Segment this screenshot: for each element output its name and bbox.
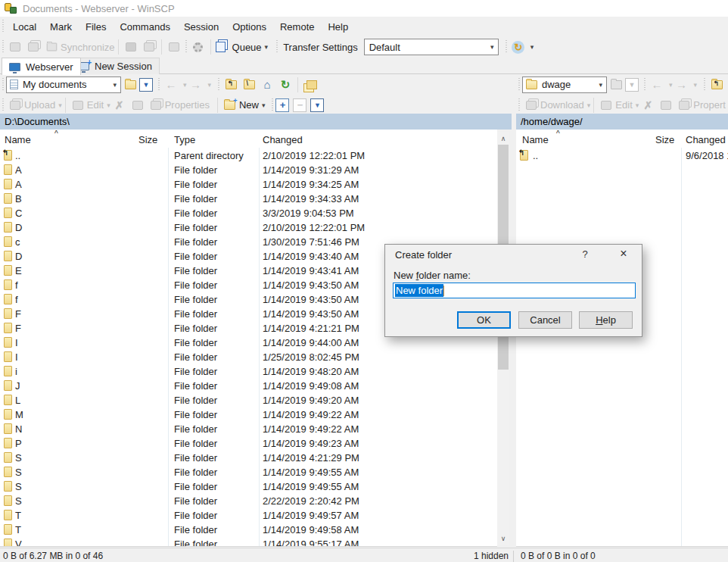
forward-dropdown-icon[interactable]: ▾	[208, 81, 212, 89]
delete-icon[interactable]: ✗	[639, 96, 657, 114]
root-directory-icon[interactable]: \	[240, 76, 258, 94]
menu-session[interactable]: Session	[177, 18, 226, 36]
upload-dropdown-icon[interactable]: ▾	[58, 101, 62, 109]
cancel-button[interactable]: Cancel	[518, 311, 572, 329]
column-header-name[interactable]: Name	[522, 134, 549, 145]
menu-remote[interactable]: Remote	[273, 18, 322, 36]
table-row[interactable]: IFile folder1/14/2019 9:44:00 AM	[0, 336, 497, 350]
table-row[interactable]: MFile folder1/14/2019 9:49:22 AM	[0, 407, 497, 422]
tab-webserver[interactable]: Webserver	[2, 58, 81, 75]
table-row[interactable]: VFile folder1/14/2019 9:55:17 AM	[0, 537, 497, 546]
parent-directory-icon[interactable]: ↰	[708, 76, 726, 94]
table-row[interactable]: DFile folder2/10/2019 12:22:01 PM	[0, 220, 497, 235]
new-dropdown-icon[interactable]: ▾	[262, 101, 266, 109]
chevron-down-icon[interactable]: ▾	[113, 81, 117, 89]
filter-icon[interactable]: ▼	[625, 78, 639, 92]
column-header-name[interactable]: Name	[5, 134, 31, 145]
properties-label[interactable]: Properties	[165, 99, 210, 111]
column-header-type[interactable]: Type	[174, 134, 195, 145]
new-label[interactable]: New	[239, 99, 259, 111]
table-row[interactable]: LFile folder1/14/2019 9:49:20 AM	[0, 393, 497, 407]
edit-icon[interactable]	[69, 96, 87, 114]
edit-label[interactable]: Edit	[87, 99, 104, 111]
dialog-help-icon[interactable]: ?	[578, 248, 592, 260]
left-location-combobox[interactable]: My documents ▾	[6, 76, 121, 93]
new-folder-icon[interactable]: +	[221, 96, 239, 114]
compare-directories-button[interactable]	[6, 38, 24, 56]
table-row[interactable]: ..9/6/2018 1	[516, 148, 728, 163]
rename-icon[interactable]	[657, 96, 675, 114]
filter-icon[interactable]: ▼	[139, 78, 153, 92]
refresh-icon[interactable]: ↻	[276, 76, 294, 94]
help-button[interactable]: Help	[579, 311, 633, 329]
forward-icon[interactable]: →	[187, 76, 205, 94]
synchronize-label[interactable]: Synchronize	[61, 42, 115, 53]
table-row[interactable]: TFile folder1/14/2019 9:49:57 AM	[0, 508, 497, 523]
table-row[interactable]: AFile folder1/14/2019 9:34:25 AM	[0, 177, 497, 192]
upload-label[interactable]: Upload	[24, 99, 55, 111]
right-path-bar[interactable]: /home/dwage/	[516, 114, 728, 130]
table-row[interactable]: iFile folder1/14/2019 9:48:20 AM	[0, 364, 497, 379]
table-row[interactable]: TFile folder1/14/2019 9:49:58 AM	[0, 523, 497, 537]
left-scrollbar[interactable]: ∧ ∨	[497, 132, 509, 545]
directory-tree-icon[interactable]	[301, 76, 319, 94]
open-directory-icon[interactable]	[121, 76, 139, 94]
remote-transfer-button[interactable]	[165, 38, 183, 56]
right-location-combobox[interactable]: dwage ▾	[522, 76, 607, 93]
menu-mark[interactable]: Mark	[43, 18, 79, 36]
menu-files[interactable]: Files	[79, 18, 113, 36]
table-row[interactable]: BFile folder1/14/2019 9:34:33 AM	[0, 192, 497, 206]
table-row[interactable]: CFile folder3/3/2019 9:04:53 PM	[0, 206, 497, 220]
back-icon[interactable]: ←	[648, 76, 666, 94]
menu-help[interactable]: Help	[321, 18, 355, 36]
forward-dropdown-icon[interactable]: ▾	[694, 81, 698, 89]
download-icon[interactable]	[522, 96, 540, 114]
parent-directory-icon[interactable]: ↰	[222, 76, 240, 94]
properties-icon[interactable]	[675, 96, 693, 114]
delete-icon[interactable]: ✗	[110, 96, 129, 114]
scroll-down-icon[interactable]: ∨	[497, 532, 509, 545]
download-dropdown-icon[interactable]: ▾	[587, 101, 591, 109]
download-label[interactable]: Download	[540, 99, 584, 111]
console-button[interactable]	[122, 38, 140, 56]
transfer-settings-combobox[interactable]: Default ▾	[364, 39, 499, 55]
table-row[interactable]: SFile folder1/14/2019 9:49:55 AM	[0, 465, 497, 479]
close-icon[interactable]: ×	[616, 247, 631, 261]
chevron-down-icon[interactable]: ▾	[599, 81, 602, 89]
new-session-button[interactable]	[140, 38, 158, 56]
edit-label[interactable]: Edit	[615, 99, 632, 111]
column-header-changed[interactable]: Changed	[686, 134, 726, 145]
table-row[interactable]: PFile folder1/14/2019 9:49:23 AM	[0, 436, 497, 451]
properties-icon[interactable]	[147, 96, 165, 114]
transfer-settings-sync-icon[interactable]: ↻	[509, 38, 527, 56]
queue-icon[interactable]	[214, 38, 232, 56]
table-row[interactable]: NFile folder1/14/2019 9:49:22 AM	[0, 422, 497, 436]
forward-icon[interactable]: →	[673, 76, 691, 94]
back-icon[interactable]: ←	[162, 76, 180, 94]
scroll-up-icon[interactable]: ∧	[497, 132, 509, 145]
queue-label[interactable]: Queue	[232, 42, 262, 53]
table-row[interactable]: SFile folder2/22/2019 2:20:42 PM	[0, 494, 497, 508]
table-row[interactable]: AFile folder1/14/2019 9:31:29 AM	[0, 163, 497, 177]
rename-icon[interactable]	[129, 96, 147, 114]
unselect-minus-icon[interactable]: −	[293, 98, 306, 112]
menu-options[interactable]: Options	[226, 18, 273, 36]
open-directory-icon[interactable]	[607, 76, 625, 94]
table-row[interactable]: SFile folder1/14/2019 4:21:29 PM	[0, 451, 497, 465]
preferences-gear-icon[interactable]	[189, 38, 207, 56]
table-row[interactable]: JFile folder1/14/2019 9:49:08 AM	[0, 379, 497, 393]
properties-label[interactable]: Propert	[693, 99, 726, 111]
menu-local[interactable]: Local	[6, 18, 43, 36]
column-header-size[interactable]: Size	[138, 134, 157, 145]
selection-filter-icon[interactable]: ▼	[310, 98, 324, 112]
home-icon[interactable]: ⌂	[258, 76, 276, 94]
table-row[interactable]: ..Parent directory2/10/2019 12:22:01 PM	[0, 148, 497, 163]
select-plus-icon[interactable]: +	[275, 98, 289, 112]
synchronize-button[interactable]	[42, 38, 61, 56]
upload-icon[interactable]	[6, 96, 24, 114]
synchronize-browsing-button[interactable]	[24, 38, 42, 56]
column-header-size[interactable]: Size	[655, 134, 674, 145]
left-path-bar[interactable]: D:\Documents\	[0, 114, 512, 130]
tab-new-session[interactable]: New Session	[70, 58, 160, 74]
chevron-down-icon[interactable]: ▾	[490, 43, 494, 51]
